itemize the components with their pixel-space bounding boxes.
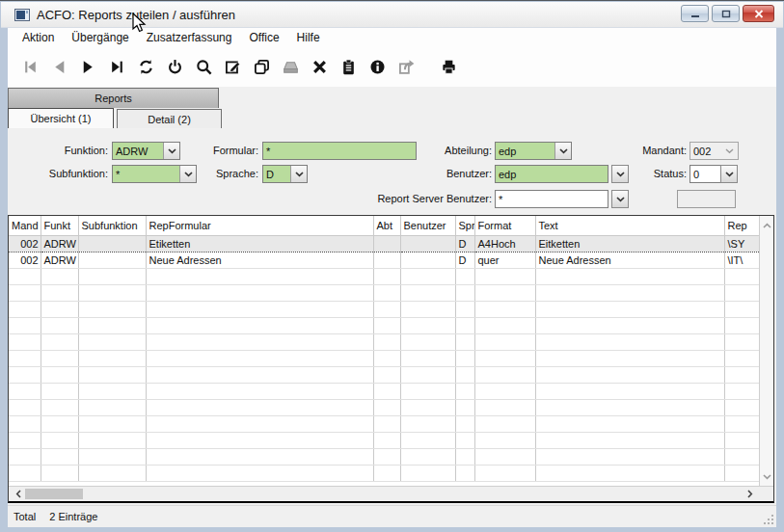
table-cell xyxy=(41,399,78,415)
column-header-abt[interactable]: Abt xyxy=(373,216,400,235)
close-button[interactable] xyxy=(743,5,774,22)
table-cell xyxy=(373,448,400,465)
abteilung-combo[interactable]: edp xyxy=(495,142,572,160)
refresh-icon[interactable] xyxy=(131,56,160,79)
table-cell xyxy=(455,301,474,317)
chevron-down-icon[interactable] xyxy=(290,166,307,182)
table-cell xyxy=(78,448,146,465)
scroll-down-icon[interactable] xyxy=(760,469,774,485)
report-server-benutzer-value: * xyxy=(499,194,502,205)
table-row[interactable] xyxy=(9,333,759,350)
table-cell xyxy=(41,284,78,301)
table-cell xyxy=(400,399,455,415)
tab-detail[interactable]: Detail (2) xyxy=(117,109,222,128)
tab-group-reports[interactable]: Reports xyxy=(8,88,219,108)
table-row[interactable] xyxy=(9,448,759,465)
horizontal-scroll-thumb[interactable] xyxy=(25,489,83,499)
column-header-repformular[interactable]: RepFormular xyxy=(146,216,373,235)
table-row[interactable] xyxy=(9,432,759,448)
table-row[interactable]: 002ADRWNeue AdressenDquerNeue Adressen\I… xyxy=(9,252,759,268)
table-cell xyxy=(146,448,373,465)
table-cell xyxy=(724,415,759,432)
table-row[interactable] xyxy=(9,284,759,301)
edit-icon[interactable] xyxy=(218,56,247,79)
resize-grip[interactable] xyxy=(764,515,773,524)
table-row[interactable] xyxy=(9,301,759,317)
table-cell xyxy=(455,399,474,415)
sprache-combo[interactable]: D xyxy=(262,165,308,183)
previous-record-icon[interactable] xyxy=(44,56,73,79)
menu-item-office[interactable]: Office xyxy=(240,29,287,46)
table-cell xyxy=(146,399,373,415)
table-row[interactable] xyxy=(9,366,759,383)
table-row[interactable] xyxy=(9,317,759,333)
table-row[interactable] xyxy=(9,383,759,399)
scroll-right-icon[interactable] xyxy=(743,487,758,501)
copy-icon[interactable] xyxy=(247,56,276,79)
table-cell xyxy=(535,415,724,432)
benutzer-input[interactable]: edp xyxy=(495,165,608,183)
mandant-combo[interactable]: 002 xyxy=(689,142,739,160)
print-icon[interactable] xyxy=(434,56,463,79)
table-row[interactable]: 002ADRWEtikettenDA4HochEitketten\SY xyxy=(9,235,759,252)
first-record-icon[interactable] xyxy=(15,56,44,79)
forward-icon[interactable] xyxy=(392,56,420,79)
column-header-subfunktion[interactable]: Subfunktion xyxy=(78,216,146,235)
table-cell xyxy=(455,448,474,465)
search-icon[interactable] xyxy=(189,56,218,79)
report-server-benutzer-dropdown-button[interactable] xyxy=(611,190,629,208)
table-cell xyxy=(373,284,400,301)
column-header-benutzer[interactable]: Benutzer xyxy=(400,216,455,235)
table-cell xyxy=(373,465,400,481)
table-cell xyxy=(373,415,400,432)
formular-label: Formular: xyxy=(152,145,258,156)
table-row[interactable] xyxy=(9,465,759,481)
column-header-spr[interactable]: Spr xyxy=(455,216,474,235)
chevron-down-icon xyxy=(721,143,738,159)
menu-item-hilfe[interactable]: Hilfe xyxy=(288,29,329,46)
column-header-rep[interactable]: Rep xyxy=(724,216,759,235)
power-icon[interactable] xyxy=(160,56,189,79)
table-cell xyxy=(41,333,78,350)
table-cell xyxy=(41,268,78,284)
status-input[interactable]: 0 xyxy=(689,165,721,183)
last-record-icon[interactable] xyxy=(102,56,131,79)
info-icon[interactable] xyxy=(363,56,392,79)
scroll-left-icon[interactable] xyxy=(11,487,26,501)
status-label: Status: xyxy=(606,168,687,179)
minimize-button[interactable] xyxy=(681,5,709,22)
archive-drive-icon[interactable] xyxy=(276,56,305,79)
next-record-icon[interactable] xyxy=(73,56,102,79)
table-cell: Eitketten xyxy=(535,235,724,252)
tab-uebersicht[interactable]: Übersicht (1) xyxy=(8,108,114,128)
minimize-icon xyxy=(690,10,700,18)
column-header-funkt[interactable]: Funkt xyxy=(41,216,78,235)
menu-item-aktion[interactable]: Aktion xyxy=(14,29,63,46)
column-header-mand[interactable]: Mand xyxy=(9,216,41,235)
clipboard-icon[interactable] xyxy=(334,56,363,79)
vertical-scrollbar[interactable] xyxy=(759,216,773,487)
table-cell: ADRW xyxy=(41,235,78,252)
delete-icon[interactable] xyxy=(305,56,334,79)
table-cell xyxy=(400,301,455,317)
menu-item--berg-nge[interactable]: Übergänge xyxy=(63,29,137,46)
table-row[interactable] xyxy=(9,415,759,432)
table-row[interactable] xyxy=(9,268,759,284)
sprache-value: D xyxy=(263,166,290,182)
maximize-button[interactable] xyxy=(712,5,740,22)
column-header-format[interactable]: Format xyxy=(474,216,535,235)
chevron-down-icon[interactable] xyxy=(554,143,571,159)
table-row[interactable] xyxy=(9,350,759,366)
table-cell xyxy=(455,366,474,383)
status-dropdown-button[interactable] xyxy=(720,165,738,183)
table-cell xyxy=(535,301,724,317)
report-server-benutzer-input[interactable]: * xyxy=(495,190,608,208)
column-header-text[interactable]: Text xyxy=(535,216,724,235)
benutzer-label: Benutzer: xyxy=(384,168,492,179)
table-row[interactable] xyxy=(9,399,759,415)
menu-item-zusatzerfassung[interactable]: Zusatzerfassung xyxy=(138,29,241,46)
scroll-up-icon[interactable] xyxy=(760,218,774,233)
close-icon xyxy=(754,10,764,18)
horizontal-scrollbar[interactable] xyxy=(9,486,773,501)
table-cell xyxy=(146,383,373,399)
